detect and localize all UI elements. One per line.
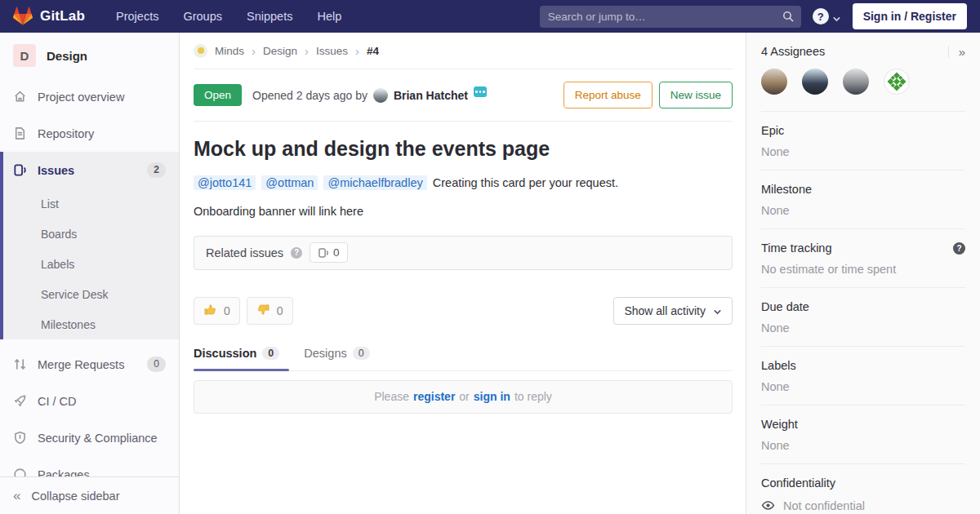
issues-icon (13, 163, 27, 177)
mention-link[interactable]: @jotto141 (194, 175, 256, 190)
author-name[interactable]: Brian Hatchet (394, 89, 468, 102)
collapse-sidebar-button[interactable]: « Collapse sidebar (0, 476, 179, 514)
description-text: Creating this card per your request. (433, 176, 618, 189)
related-issues-help-icon[interactable]: ? (291, 247, 302, 259)
help-question-icon: ? (813, 8, 829, 24)
document-icon (13, 126, 27, 140)
issue-description: @jotto141 @ottman @michaelfbradley Creat… (194, 175, 733, 193)
sidebar-subitem-boards[interactable]: Boards (3, 219, 179, 249)
epic-value: None (761, 145, 965, 158)
thumbs-down-icon (256, 303, 270, 319)
sidebar-item-merge-requests[interactable]: Merge Requests 0 (0, 346, 179, 383)
sidebar-subitem-list[interactable]: List (3, 188, 179, 219)
project-avatar[interactable]: D (13, 44, 36, 67)
author-avatar[interactable] (373, 88, 388, 103)
breadcrumb-separator-icon: › (355, 44, 359, 58)
thumbs-up-button[interactable]: 0 (194, 297, 240, 325)
assignee-avatar[interactable] (843, 69, 869, 95)
weight-value: None (761, 439, 965, 452)
reply-prompt-text: Please (374, 390, 409, 403)
report-abuse-button[interactable]: Report abuse (564, 82, 653, 109)
breadcrumb: Minds › Design › Issues › #4 (194, 33, 733, 69)
project-context-header[interactable]: D Design (0, 33, 179, 78)
time-tracking-block: Time tracking ? No estimate or time spen… (761, 229, 965, 288)
assignee-avatar-identicon[interactable] (884, 69, 910, 95)
global-search (540, 6, 801, 28)
reply-prompt-text: to reply (514, 390, 552, 403)
tab-designs[interactable]: Designs 0 (304, 347, 369, 370)
assignee-avatar[interactable] (761, 69, 787, 95)
mention-link[interactable]: @michaelfbradley (323, 175, 426, 190)
labels-label: Labels (761, 359, 796, 372)
breadcrumb-group[interactable]: Minds (215, 45, 244, 57)
issue-meta-text: Opened 2 days ago by (252, 89, 368, 102)
rocket-icon (13, 394, 27, 408)
awards-row: 0 0 Show all activity (194, 297, 733, 325)
due-date-block[interactable]: Due date None (761, 288, 965, 347)
register-link[interactable]: register (413, 390, 455, 403)
sidebar-item-label: Merge Requests (38, 358, 124, 371)
related-issues-card: Related issues ? 0 (194, 236, 733, 270)
activity-filter-dropdown[interactable]: Show all activity (613, 297, 733, 325)
top-navbar: GitLab Projects Groups Snippets Help ? S… (0, 0, 980, 33)
thumbs-up-count: 0 (224, 304, 230, 317)
confidentiality-label: Confidentiality (761, 476, 835, 490)
sidebar-item-repository[interactable]: Repository (0, 115, 179, 152)
nav-link-help[interactable]: Help (317, 10, 341, 23)
issue-main-content: Minds › Design › Issues › #4 Open Opened… (180, 33, 746, 514)
sidebar-item-project-overview[interactable]: Project overview (0, 78, 179, 115)
assignee-avatar[interactable] (802, 69, 828, 95)
new-issue-button[interactable]: New issue (659, 82, 733, 109)
designs-count-badge: 0 (353, 347, 370, 360)
sign-in-register-button[interactable]: Sign in / Register (853, 3, 967, 29)
time-tracking-value: No estimate or time spent (761, 263, 965, 276)
due-date-value: None (761, 321, 965, 335)
assignee-avatars (761, 69, 965, 100)
issue-title: Mock up and design the events page (194, 137, 733, 161)
sidebar-item-label: Repository (38, 127, 94, 140)
mention-link[interactable]: @ottman (261, 175, 318, 190)
sidebar-subitem-milestones[interactable]: Milestones (3, 309, 179, 339)
nav-link-snippets[interactable]: Snippets (247, 10, 292, 23)
assignees-block: 4 Assignees » (761, 33, 965, 112)
issues-count-badge: 2 (147, 162, 166, 179)
weight-label: Weight (761, 418, 798, 431)
epic-block[interactable]: Epic None (761, 112, 965, 171)
milestone-block[interactable]: Milestone None (761, 171, 965, 229)
gitlab-logo[interactable]: GitLab (13, 7, 85, 26)
related-issues-count: 0 (333, 246, 340, 259)
sidebar-subitem-labels[interactable]: Labels (3, 249, 179, 279)
search-icon[interactable] (782, 10, 795, 23)
thumbs-down-button[interactable]: 0 (247, 297, 293, 325)
sidebar-item-security-compliance[interactable]: Security & Compliance (0, 419, 179, 456)
group-avatar-minds[interactable] (194, 44, 207, 58)
nav-link-projects[interactable]: Projects (116, 10, 158, 23)
help-menu[interactable]: ? (813, 8, 841, 24)
time-tracking-label: Time tracking (761, 241, 831, 255)
time-tracking-help-icon[interactable]: ? (953, 242, 965, 255)
weight-block[interactable]: Weight None (761, 405, 965, 464)
sidebar-toggle-chevrons-icon[interactable]: » (948, 46, 965, 58)
project-sidebar: D Design Project overview Repository Iss… (0, 33, 180, 514)
issue-status-header: Open Opened 2 days ago by Brian Hatchet … (194, 69, 733, 122)
breadcrumb-separator-icon: › (252, 44, 256, 58)
milestone-label: Milestone (761, 183, 812, 196)
sidebar-item-issues[interactable]: Issues 2 (3, 152, 179, 188)
search-input[interactable] (540, 6, 801, 28)
chevron-down-icon (713, 306, 722, 315)
nav-link-groups[interactable]: Groups (183, 10, 222, 23)
collapse-sidebar-label: Collapse sidebar (31, 490, 119, 503)
sidebar-subitem-service-desk[interactable]: Service Desk (3, 279, 179, 309)
mr-count-badge: 0 (147, 357, 166, 373)
tab-discussion[interactable]: Discussion 0 (194, 347, 279, 370)
breadcrumb-issue-number: #4 (367, 45, 379, 57)
breadcrumb-issues[interactable]: Issues (316, 45, 348, 57)
labels-block[interactable]: Labels None (761, 347, 965, 405)
open-status-badge: Open (194, 84, 242, 106)
breadcrumb-project[interactable]: Design (263, 45, 297, 57)
tab-discussion-label: Discussion (194, 347, 256, 360)
issue-tabs: Discussion 0 Designs 0 (194, 347, 733, 371)
sidebar-item-ci-cd[interactable]: CI / CD (0, 383, 179, 419)
shield-icon (13, 431, 27, 445)
sign-in-link[interactable]: sign in (474, 390, 510, 403)
